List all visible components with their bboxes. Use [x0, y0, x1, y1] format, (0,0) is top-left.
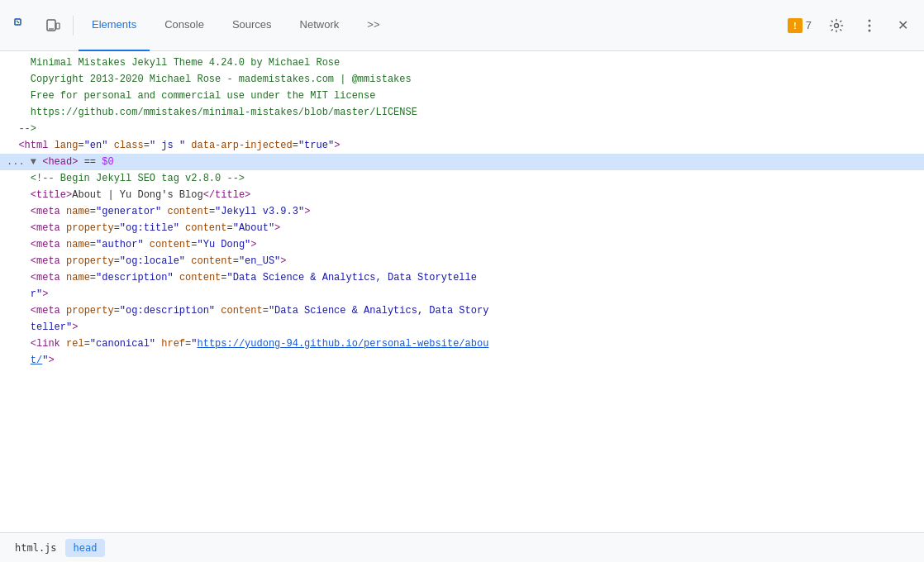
tab-elements[interactable]: Elements — [79, 0, 150, 51]
canonical-url-link-cont[interactable]: t/ — [31, 355, 42, 366]
settings-icon — [829, 18, 844, 33]
code-line-comment2: Copyright 2013-2020 Michael Rose - madem… — [0, 71, 924, 88]
code-line-comment3: Free for personal and commercial use und… — [0, 88, 924, 104]
code-line-meta-ogdesc2[interactable]: teller"> — [0, 319, 924, 336]
settings-button[interactable] — [822, 11, 851, 40]
code-line-meta-desc1[interactable]: <meta name="description" content="Data S… — [0, 269, 924, 286]
svg-rect-4 — [56, 23, 60, 29]
devtools-main: Minimal Mistakes Jekyll Theme 4.24.0 by … — [0, 51, 924, 532]
code-line-meta-generator[interactable]: <meta name="generator" content="Jekyll v… — [0, 203, 924, 220]
device-icon — [45, 18, 60, 33]
code-line-meta-desc2[interactable]: r"> — [0, 286, 924, 302]
code-line-comment5: --> — [0, 121, 924, 137]
toolbar-separator-1 — [73, 16, 74, 36]
close-icon: ✕ — [898, 17, 908, 33]
breadcrumb-item-html[interactable]: html.js — [7, 539, 65, 557]
tab-console[interactable]: Console — [151, 0, 217, 51]
svg-point-9 — [869, 29, 871, 31]
more-vertical-icon — [868, 18, 871, 33]
code-line-meta-ogtitle[interactable]: <meta property="og:title" content="About… — [0, 220, 924, 236]
code-line-head-selected[interactable]: ... ▼ <head> == $0 — [0, 154, 924, 170]
code-line-title[interactable]: <title>About | Yu Dong's Blog</title> — [0, 187, 924, 203]
code-line-comment1: Minimal Mistakes Jekyll Theme 4.24.0 by … — [0, 55, 924, 71]
elements-panel[interactable]: Minimal Mistakes Jekyll Theme 4.24.0 by … — [0, 51, 924, 532]
code-line-seo-comment: <!-- Begin Jekyll SEO tag v2.8.0 --> — [0, 170, 924, 187]
breadcrumb-bar: html.js head — [0, 532, 924, 562]
svg-point-7 — [869, 19, 871, 21]
code-line-meta-author[interactable]: <meta name="author" content="Yu Dong"> — [0, 236, 924, 253]
svg-point-6 — [835, 23, 839, 27]
svg-point-8 — [869, 24, 871, 26]
code-line-html-tag[interactable]: <html lang="en" class=" js " data-arp-in… — [0, 137, 924, 154]
inspect-icon — [14, 18, 29, 33]
tab-sources[interactable]: Sources — [219, 0, 285, 51]
more-options-button[interactable] — [855, 11, 884, 40]
tab-more[interactable]: >> — [354, 0, 393, 51]
canonical-url-link[interactable]: https://yudong-94.github.io/personal-web… — [197, 338, 488, 350]
close-devtools-button[interactable]: ✕ — [888, 11, 917, 40]
svg-line-2 — [17, 21, 19, 23]
inspect-element-button[interactable] — [7, 11, 36, 40]
warning-icon: ! — [788, 18, 803, 33]
code-line-meta-ogdesc1[interactable]: <meta property="og:description" content=… — [0, 302, 924, 319]
tab-network[interactable]: Network — [287, 0, 353, 51]
code-line-comment4: https://github.com/mmistakes/minimal-mis… — [0, 104, 924, 121]
device-toggle-button[interactable] — [38, 11, 68, 40]
breadcrumb-item-head[interactable]: head — [65, 539, 106, 557]
devtools-toolbar: Elements Console Sources Network >> ! 7 — [0, 0, 924, 51]
code-line-meta-oglocale[interactable]: <meta property="og:locale" content="en_U… — [0, 253, 924, 269]
toolbar-right: ! 7 ✕ — [781, 11, 917, 40]
warning-badge-button[interactable]: ! 7 — [781, 15, 818, 36]
code-line-link-canonical1[interactable]: <link rel="canonical" href="https://yudo… — [0, 336, 924, 352]
code-line-link-canonical2[interactable]: t/"> — [0, 352, 924, 369]
